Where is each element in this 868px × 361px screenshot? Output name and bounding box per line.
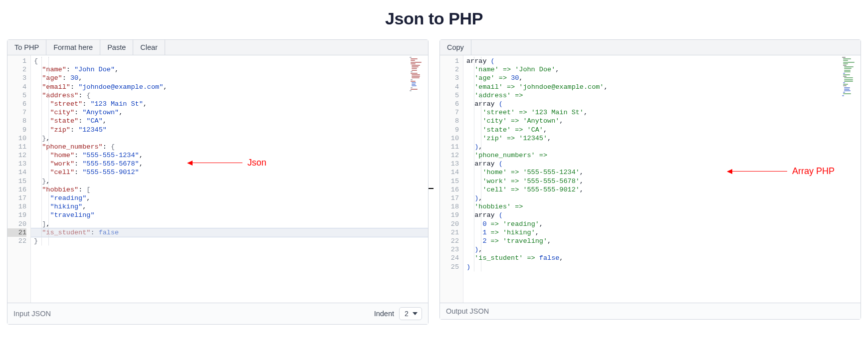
output-footer-label: Output JSON <box>446 307 489 315</box>
input-code[interactable]: { "name": "John Doe", "age": 30, "email"… <box>31 55 428 303</box>
copy-button[interactable]: Copy <box>440 40 471 55</box>
clear-button[interactable]: Clear <box>133 40 165 55</box>
indent-label: Indent <box>374 310 394 318</box>
paste-button[interactable]: Paste <box>100 40 133 55</box>
output-minimap <box>842 57 859 97</box>
input-footer: Input JSON Indent 2 <box>7 303 428 324</box>
input-footer-label: Input JSON <box>13 310 51 318</box>
output-code[interactable]: array ( 'name' => 'John Doe', 'age' => 3… <box>463 55 861 303</box>
separator-mark <box>429 188 434 189</box>
output-footer: Output JSON <box>440 303 861 319</box>
to-php-button[interactable]: To PHP <box>7 40 46 55</box>
input-panel: To PHP Format here Paste Clear 123456789… <box>7 39 429 325</box>
input-editor[interactable]: 12345678910111213141516171819202122 { "n… <box>7 55 428 303</box>
panels: To PHP Format here Paste Clear 123456789… <box>0 39 868 331</box>
indent-select[interactable]: 2 <box>399 307 422 320</box>
input-toolbar: To PHP Format here Paste Clear <box>7 40 428 55</box>
output-gutter: 1234567891011121314151617181920212223242… <box>440 55 463 303</box>
page-title: Json to PHP <box>0 0 868 39</box>
output-panel: Copy 12345678910111213141516171819202122… <box>439 39 861 320</box>
format-here-button[interactable]: Format here <box>46 40 100 55</box>
input-minimap <box>410 57 427 92</box>
output-editor[interactable]: 1234567891011121314151617181920212223242… <box>440 55 861 303</box>
input-gutter: 12345678910111213141516171819202122 <box>7 55 31 303</box>
output-toolbar: Copy <box>440 40 861 55</box>
